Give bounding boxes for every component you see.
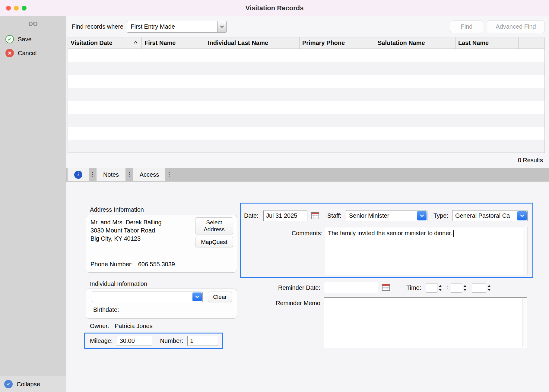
scrollbar-track[interactable] — [523, 228, 527, 275]
minimize-window-button[interactable] — [14, 6, 19, 11]
owner-value: Patricia Jones — [115, 323, 153, 329]
tab-notes[interactable]: Notes — [97, 168, 125, 181]
column-label: Individual Last Name — [208, 40, 268, 46]
main-content: Find records where First Entry Made Find… — [66, 16, 549, 392]
zoom-window-button[interactable] — [22, 6, 27, 11]
reminder-date-label: Reminder Date: — [235, 284, 320, 291]
individual-information-box: Clear Birthdate: — [86, 289, 237, 319]
tab-access[interactable]: Access — [133, 168, 165, 181]
window-title: Visitation Records — [0, 4, 549, 12]
table-header-row: Visitation Date ^ First Name Individual … — [68, 37, 544, 49]
chevron-down-icon — [217, 21, 226, 32]
time-ampm-input[interactable] — [472, 283, 486, 292]
mileage-input[interactable] — [117, 336, 152, 346]
time-hour-input[interactable] — [426, 283, 437, 292]
window-controls — [0, 6, 27, 11]
number-input[interactable] — [187, 336, 218, 346]
column-header-salutation-name[interactable]: Salutation Name — [375, 37, 455, 49]
column-header-last-name[interactable]: Last Name — [455, 37, 519, 49]
table-body[interactable] — [68, 49, 544, 153]
calendar-icon[interactable] — [382, 283, 390, 291]
time-minute-stepper[interactable] — [451, 283, 467, 292]
titlebar: Visitation Records — [0, 0, 549, 16]
save-check-icon: ✓ — [5, 35, 14, 43]
chevron-down-icon — [192, 292, 202, 301]
advanced-find-button[interactable]: Advanced Find — [487, 21, 545, 33]
results-table: Visitation Date ^ First Name Individual … — [68, 37, 545, 153]
text-cursor — [453, 230, 454, 237]
collapse-chevrons-icon: « — [4, 380, 13, 388]
number-label: Number: — [160, 337, 183, 344]
sort-ascending-icon: ^ — [134, 40, 137, 46]
date-label: Date: — [244, 212, 259, 219]
reminder-memo-textarea[interactable] — [324, 297, 527, 348]
column-header-individual-last-name[interactable]: Individual Last Name — [205, 37, 300, 49]
phone-number-value: 606.555.3039 — [138, 261, 175, 267]
cancel-button[interactable]: ✕ Cancel — [0, 46, 66, 60]
column-header-first-name[interactable]: First Name — [142, 37, 205, 49]
collapse-button[interactable]: « Collapse — [0, 376, 66, 392]
results-bar: 0 Results — [66, 153, 549, 168]
birthdate-row: Birthdate: — [93, 306, 119, 313]
reminder-date-input[interactable] — [324, 282, 378, 293]
find-button[interactable]: Find — [450, 21, 483, 33]
tab-separator-handle[interactable]: ⋮ — [165, 168, 173, 181]
close-window-button[interactable] — [6, 6, 11, 11]
clear-button[interactable]: Clear — [208, 292, 232, 302]
mapquest-button[interactable]: MapQuest — [195, 237, 233, 247]
tab-info[interactable]: i — [68, 168, 89, 181]
staff-selected-value: Senior Minister — [346, 212, 427, 219]
calendar-icon[interactable] — [311, 211, 319, 220]
stepper-arrows-icon[interactable] — [463, 284, 467, 292]
time-hour-stepper[interactable] — [426, 283, 442, 292]
save-button[interactable]: ✓ Save — [0, 32, 66, 46]
find-field-select[interactable]: First Entry Made — [127, 21, 227, 33]
cancel-label: Cancel — [18, 50, 36, 57]
sidebar-spacer — [0, 60, 66, 376]
individual-select[interactable] — [92, 292, 203, 302]
time-minute-input[interactable] — [451, 283, 462, 292]
cancel-x-icon: ✕ — [5, 49, 14, 57]
find-records-where-label: Find records where — [72, 23, 123, 30]
detail-form: Address Information Mr. and Mrs. Derek B… — [66, 182, 549, 392]
mileage-label: Mileage: — [90, 337, 113, 344]
column-header-primary-phone[interactable]: Primary Phone — [300, 37, 375, 49]
visitation-records-window: Visitation Records DO ✓ Save ✕ Cancel « … — [0, 0, 549, 392]
reminder-memo-label: Reminder Memo — [235, 300, 320, 307]
visit-highlight-box: Date: — [240, 203, 533, 278]
results-count: 0 Results — [518, 157, 543, 164]
type-select[interactable]: General Pastoral Ca — [452, 210, 528, 221]
save-label: Save — [18, 36, 32, 43]
staff-label: Staff: — [327, 212, 341, 219]
staff-select[interactable]: Senior Minister — [346, 210, 427, 221]
column-label: Last Name — [458, 40, 489, 46]
tab-bar: i ⋮ Notes ⋮ Access ⋮ — [66, 168, 549, 182]
address-information-label: Address Information — [90, 206, 144, 213]
chevron-down-icon — [517, 211, 527, 220]
owner-label: Owner: — [90, 323, 109, 329]
select-address-button[interactable]: Select Address — [195, 217, 233, 234]
tab-access-label: Access — [140, 171, 159, 178]
mileage-highlight-box: Mileage: Number: — [84, 333, 223, 349]
comments-textarea[interactable]: The family invited the senior minister t… — [325, 227, 528, 275]
visit-date-input[interactable] — [263, 210, 307, 221]
stepper-arrows-icon[interactable] — [487, 284, 491, 292]
column-header-empty — [519, 37, 544, 49]
column-label: Salutation Name — [378, 40, 425, 46]
column-label: Visitation Date — [71, 40, 113, 46]
find-field-selected-value: First Entry Made — [127, 23, 217, 30]
phone-number-label: Phone Number: — [90, 261, 133, 267]
tab-separator-handle[interactable]: ⋮ — [89, 168, 97, 181]
scrollbar-track[interactable] — [522, 298, 526, 347]
stepper-arrows-icon[interactable] — [438, 284, 442, 292]
type-selected-value: General Pastoral Ca — [452, 212, 527, 219]
time-ampm-stepper[interactable] — [472, 283, 491, 292]
sidebar-header: DO — [0, 16, 66, 32]
time-separator: : — [446, 284, 448, 291]
column-header-visitation-date[interactable]: Visitation Date ^ — [68, 37, 142, 49]
phone-number-row: Phone Number: 606.555.3039 — [90, 261, 175, 268]
column-label: First Name — [144, 40, 176, 46]
info-icon: i — [74, 171, 82, 179]
tab-notes-label: Notes — [103, 171, 119, 178]
tab-separator-handle[interactable]: ⋮ — [125, 168, 133, 181]
